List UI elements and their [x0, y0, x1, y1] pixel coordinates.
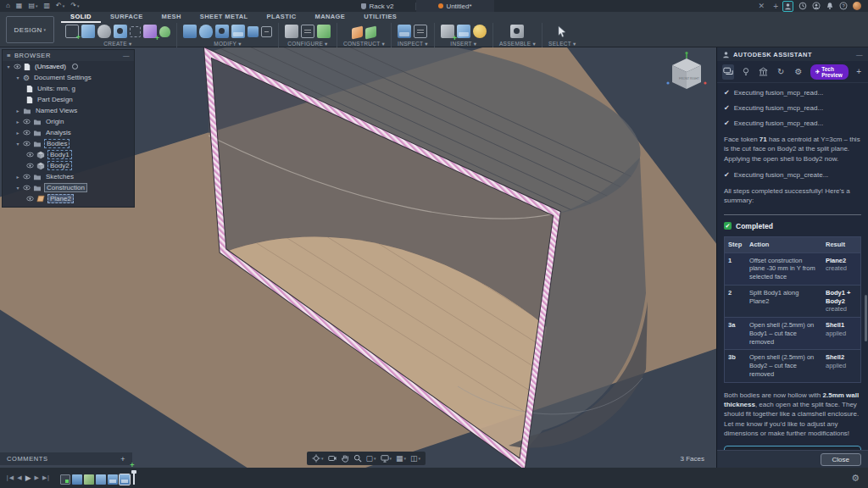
- file-caret-icon[interactable]: ▾: [36, 3, 38, 8]
- add-comment-icon[interactable]: +: [120, 455, 125, 463]
- settings-gear-icon[interactable]: ⚙: [793, 64, 804, 80]
- assistant-icon[interactable]: [782, 1, 793, 12]
- eye-icon[interactable]: [26, 152, 34, 158]
- browser-item-origin[interactable]: ▸ Origin: [3, 116, 134, 127]
- tab-solid[interactable]: SOLID: [61, 12, 101, 23]
- pipe-icon[interactable]: [159, 26, 170, 37]
- eye-icon[interactable]: [23, 174, 31, 180]
- insert-mcmaster-icon[interactable]: [473, 25, 487, 38]
- offset-face-icon[interactable]: [248, 26, 259, 37]
- home-icon[interactable]: ⌂: [6, 0, 10, 12]
- construct-axis-icon[interactable]: [365, 25, 376, 39]
- save-icon[interactable]: ▥: [43, 0, 50, 12]
- group-label-assemble[interactable]: ASSEMBLE ▾: [499, 41, 536, 47]
- file-icon[interactable]: ▤: [28, 0, 35, 12]
- browser-item-plane2[interactable]: Plane2: [3, 193, 134, 204]
- caret-down-icon[interactable]: ▾: [6, 64, 11, 69]
- eye-icon[interactable]: [23, 185, 31, 191]
- timeline-offset-plane-icon[interactable]: [84, 474, 94, 485]
- select-cursor-icon[interactable]: [557, 25, 567, 37]
- eye-icon[interactable]: [14, 64, 21, 69]
- step-forward-icon[interactable]: ▶: [35, 474, 38, 481]
- browser-item-body2[interactable]: Body2: [3, 160, 134, 171]
- caret-right-icon[interactable]: ▸: [15, 119, 20, 125]
- browser-item-bodies[interactable]: ▾ Bodies: [3, 138, 134, 149]
- pan-hand-icon[interactable]: [341, 454, 349, 463]
- help-icon[interactable]: [839, 2, 848, 10]
- new-tab-icon[interactable]: +: [769, 2, 782, 11]
- caret-right-icon[interactable]: ▸: [15, 174, 20, 180]
- redo-icon[interactable]: ↷: [70, 0, 76, 12]
- viewports-icon[interactable]: ◫▾: [410, 452, 420, 465]
- group-label-configure[interactable]: CONFIGURE ▾: [287, 41, 327, 47]
- insert-image-icon[interactable]: [457, 25, 470, 38]
- browser-item-body1[interactable]: Body1: [3, 149, 134, 160]
- go-to-end-icon[interactable]: ▶❘: [42, 474, 50, 481]
- configuration-table-icon[interactable]: [301, 25, 314, 38]
- timeline-shell1-icon[interactable]: [108, 474, 118, 485]
- play-icon[interactable]: ▶: [25, 474, 31, 482]
- grid-settings-icon[interactable]: ▦▾: [396, 452, 406, 465]
- change-parameters-icon[interactable]: [261, 26, 272, 37]
- browser-item-construction[interactable]: ▾ Construction: [3, 182, 134, 193]
- browser-item-part-design[interactable]: Part Design: [3, 94, 134, 105]
- hole-icon[interactable]: [114, 25, 127, 38]
- browser-item-units[interactable]: Units: mm, g: [3, 83, 134, 94]
- assistant-minimize-icon[interactable]: —: [856, 51, 863, 58]
- timeline-split-body-icon[interactable]: [96, 474, 106, 485]
- group-label-create[interactable]: CREATE ▾: [103, 41, 131, 47]
- display-settings-icon[interactable]: ▾: [381, 454, 392, 463]
- scrollbar-thumb[interactable]: [865, 295, 867, 341]
- tab-utilities[interactable]: UTILITIES: [354, 12, 406, 23]
- caret-down-icon[interactable]: ▾: [15, 75, 20, 80]
- configure-icon[interactable]: [285, 25, 298, 38]
- revolve-icon[interactable]: [97, 25, 111, 38]
- timeline-shell2-icon[interactable]: [120, 474, 130, 485]
- fit-icon[interactable]: ▢▾: [366, 452, 376, 465]
- zoom-icon[interactable]: [353, 454, 362, 463]
- assistant-input[interactable]: [724, 446, 861, 450]
- measure-icon[interactable]: [398, 25, 411, 38]
- fillet-icon[interactable]: [199, 25, 213, 38]
- browser-item-document-settings[interactable]: ▾ ⚙ Document Settings: [3, 72, 134, 83]
- user-avatar[interactable]: [853, 2, 861, 10]
- undo-caret-icon[interactable]: ▾: [63, 3, 65, 8]
- go-to-start-icon[interactable]: ❘◀: [5, 474, 13, 481]
- browser-item-named-views[interactable]: ▸ Named Views: [3, 105, 134, 116]
- reserve-badge-icon[interactable]: [72, 64, 78, 69]
- viewport-canvas[interactable]: FRONT RIGHT ≡ BROWSER — ▾ (Unsaved) ▾ ⚙ …: [0, 47, 716, 468]
- form-icon[interactable]: [143, 25, 157, 38]
- notifications-bell-icon[interactable]: [826, 2, 834, 10]
- caret-down-icon[interactable]: ▾: [15, 141, 20, 147]
- eye-icon[interactable]: [26, 196, 34, 202]
- timeline-settings-gear-icon[interactable]: ⚙: [851, 473, 860, 484]
- tab-rack-v2[interactable]: Rack v2: [339, 0, 415, 12]
- eye-icon[interactable]: [23, 119, 31, 125]
- caret-right-icon[interactable]: ▸: [15, 130, 20, 136]
- close-tab-icon[interactable]: ✕: [754, 2, 770, 10]
- timeline-extrude-icon[interactable]: [72, 474, 82, 485]
- app-grid-icon[interactable]: ▦: [16, 0, 23, 12]
- caret-right-icon[interactable]: ▸: [15, 108, 20, 114]
- history-icon[interactable]: ↻: [775, 64, 787, 80]
- caret-down-icon[interactable]: ▾: [15, 185, 20, 191]
- look-at-icon[interactable]: [328, 454, 337, 463]
- assistant-conversation[interactable]: ✔Executing fusion_mcp_read... ✔Executing…: [717, 83, 868, 450]
- pattern-icon[interactable]: [130, 26, 141, 37]
- browser-header[interactable]: ≡ BROWSER —: [3, 50, 134, 61]
- timeline-sketch-icon[interactable]: [60, 474, 70, 485]
- browser-item-sketches[interactable]: ▸ Sketches: [3, 171, 134, 182]
- create-sketch-icon[interactable]: [65, 25, 79, 38]
- browser-item-unsaved[interactable]: ▾ (Unsaved): [3, 61, 134, 72]
- combine-icon[interactable]: [231, 25, 245, 38]
- browser-minimize-icon[interactable]: —: [123, 52, 130, 59]
- clock-icon[interactable]: [798, 2, 807, 10]
- browser-item-analysis[interactable]: ▸ Analysis: [3, 127, 134, 138]
- box-icon[interactable]: [81, 25, 95, 38]
- tab-manage[interactable]: MANAGE: [306, 12, 355, 23]
- view-cube[interactable]: FRONT RIGHT: [664, 51, 709, 97]
- orbit-icon[interactable]: ▾: [312, 454, 324, 463]
- eye-icon[interactable]: [23, 141, 31, 147]
- tab-surface[interactable]: SURFACE: [101, 12, 153, 23]
- group-label-inspect[interactable]: INSPECT ▾: [398, 41, 428, 47]
